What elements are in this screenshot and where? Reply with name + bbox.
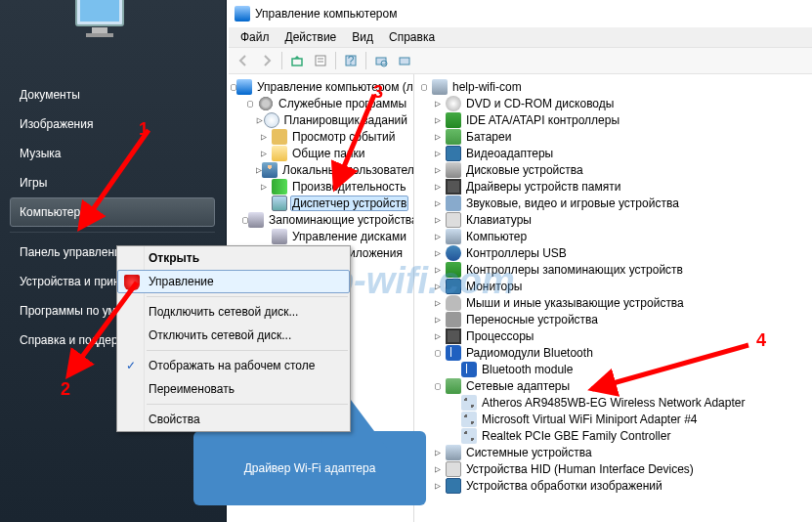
back-button[interactable] (233, 50, 254, 71)
device-keyboards[interactable]: ▷Клавиатуры (414, 211, 812, 228)
context-menu: Открыть Управление Подключить сетевой ди… (116, 245, 351, 432)
expand-icon[interactable]: ▷ (430, 297, 446, 308)
start-item-music[interactable]: Музыка (10, 139, 215, 168)
battery-icon (446, 129, 461, 145)
start-item-computer[interactable]: Компьютер (10, 197, 215, 227)
collapse-icon[interactable]: ▢ (242, 98, 258, 109)
separator (147, 296, 348, 297)
expand-icon[interactable]: ▷ (430, 463, 446, 474)
window-title: Управление компьютером (255, 7, 397, 21)
expand-icon[interactable]: ▷ (256, 181, 272, 192)
device-dvd[interactable]: ▷DVD и CD-ROM дисководы (414, 95, 812, 111)
expand-icon[interactable]: ▷ (430, 480, 446, 491)
ctx-rename[interactable]: Переименовать (117, 377, 350, 401)
expand-icon[interactable]: ▷ (430, 314, 446, 325)
up-button[interactable] (286, 50, 308, 71)
collapse-icon[interactable]: ▢ (430, 347, 446, 358)
device-memory-drivers[interactable]: ▷Драйверы устройств памяти (414, 178, 812, 195)
performance-icon (272, 179, 287, 195)
forward-button[interactable] (256, 50, 278, 71)
expand-icon[interactable]: ▷ (430, 148, 446, 158)
event-icon (272, 129, 287, 145)
device-bluetooth[interactable]: ▢Радиомодули Bluetooth (414, 344, 812, 361)
expand-icon[interactable]: ▷ (430, 197, 446, 208)
device-storage-ctrl[interactable]: ▷Контроллеры запоминающих устройств (414, 261, 812, 278)
scan-button[interactable] (370, 50, 392, 71)
menu-action[interactable]: Действие (278, 28, 345, 46)
properties-button[interactable] (310, 50, 331, 71)
expand-icon[interactable]: ▷ (430, 330, 446, 341)
svg-rect-3 (86, 33, 113, 37)
tree-event-viewer[interactable]: ▷Просмотр событий (229, 128, 413, 145)
start-item-documents[interactable]: Документы (10, 80, 215, 109)
device-monitors[interactable]: ▷Мониторы (414, 278, 812, 294)
device-host[interactable]: ▢help-wifi-com (414, 78, 812, 95)
expand-icon[interactable]: ▷ (256, 114, 264, 125)
menu-view[interactable]: Вид (344, 28, 381, 46)
device-computer[interactable]: ▷Компьютер (414, 228, 812, 244)
device-video[interactable]: ▷Видеоадаптеры (414, 145, 812, 161)
device-atheros[interactable]: Atheros AR9485WB-EG Wireless Network Ada… (414, 394, 812, 411)
device-network-adapters[interactable]: ▢Сетевые адаптеры (414, 377, 812, 394)
expand-icon[interactable]: ▷ (430, 114, 446, 125)
device-usb[interactable]: ▷Контроллеры USB (414, 244, 812, 261)
help-button[interactable]: ? (340, 50, 362, 71)
tree-root[interactable]: ▢Управление компьютером (локальным) (229, 78, 413, 95)
ctx-open[interactable]: Открыть (117, 246, 350, 270)
expand-icon[interactable]: ▷ (430, 98, 446, 109)
network-card-icon (461, 395, 477, 411)
refresh-button[interactable] (394, 50, 415, 71)
device-ide[interactable]: ▷IDE ATA/ATAPI контроллеры (414, 111, 812, 128)
annotation-1: 1 (139, 119, 149, 140)
expand-icon[interactable]: ▷ (430, 181, 446, 192)
device-portable[interactable]: ▷Переносные устройства (414, 311, 812, 327)
ctx-unmap-drive[interactable]: Отключить сетевой диск... (117, 324, 350, 347)
tree-task-scheduler[interactable]: ▷Планировщик заданий (229, 111, 413, 128)
tree-system-tools[interactable]: ▢Служебные программы (229, 95, 413, 111)
start-item-images[interactable]: Изображения (10, 109, 215, 139)
expand-icon[interactable]: ▷ (430, 164, 446, 175)
device-hid[interactable]: ▷Устройства HID (Human Interface Devices… (414, 460, 812, 477)
expand-icon[interactable]: ▷ (430, 281, 446, 291)
expand-icon[interactable]: ▷ (430, 447, 446, 457)
expand-icon[interactable]: ▷ (256, 148, 272, 158)
device-ms-virtual-wifi[interactable]: Microsoft Virtual WiFi Miniport Adapter … (414, 411, 812, 427)
device-processors[interactable]: ▷Процессоры (414, 327, 812, 344)
expand-icon[interactable]: ▷ (430, 231, 446, 241)
collapse-icon[interactable]: ▢ (430, 380, 446, 391)
tree-disk-management[interactable]: Управление дисками (229, 228, 413, 244)
collapse-icon[interactable]: ▢ (416, 81, 432, 92)
computer-icon (446, 229, 461, 244)
separator (365, 52, 366, 69)
device-audio[interactable]: ▷Звуковые, видео и игровые устройства (414, 195, 812, 211)
expand-icon[interactable]: ▷ (430, 131, 446, 142)
tree-shared-folders[interactable]: ▷Общие папки (229, 145, 413, 161)
tree-storage[interactable]: ▢Запоминающие устройства (229, 211, 413, 228)
separator (281, 52, 282, 69)
expand-icon[interactable]: ▷ (430, 214, 446, 225)
device-realtek[interactable]: Realtek PCIe GBE Family Controller (414, 427, 812, 444)
tree-device-manager[interactable]: Диспетчер устройств (229, 195, 413, 211)
tree-performance[interactable]: ▷Производительность (229, 178, 413, 195)
computer-icon (236, 79, 252, 95)
start-item-games[interactable]: Игры (10, 168, 215, 197)
bluetooth-icon (461, 362, 477, 377)
device-imaging[interactable]: ▷Устройства обработки изображений (414, 477, 812, 494)
ctx-properties[interactable]: Свойства (117, 408, 350, 431)
device-manager-icon (272, 196, 287, 211)
expand-icon[interactable]: ▷ (256, 131, 272, 142)
tree-local-users[interactable]: ▷Локальные пользователи (229, 161, 413, 178)
menu-file[interactable]: Файл (233, 28, 278, 46)
device-battery[interactable]: ▷Батареи (414, 128, 812, 145)
expand-icon[interactable]: ▷ (430, 247, 446, 258)
device-system[interactable]: ▷Системные устройства (414, 444, 812, 460)
disk-icon (272, 229, 287, 244)
ctx-manage[interactable]: Управление (117, 270, 350, 293)
device-bt-module[interactable]: Bluetooth module (414, 361, 812, 377)
ctx-map-drive[interactable]: Подключить сетевой диск... (117, 300, 350, 324)
device-disks[interactable]: ▷Дисковые устройства (414, 161, 812, 178)
device-mice[interactable]: ▷Мыши и иные указывающие устройства (414, 294, 812, 311)
menu-help[interactable]: Справка (381, 28, 443, 46)
expand-icon[interactable]: ▷ (430, 264, 446, 275)
ctx-show-desktop[interactable]: ✓Отображать на рабочем столе (117, 354, 350, 377)
